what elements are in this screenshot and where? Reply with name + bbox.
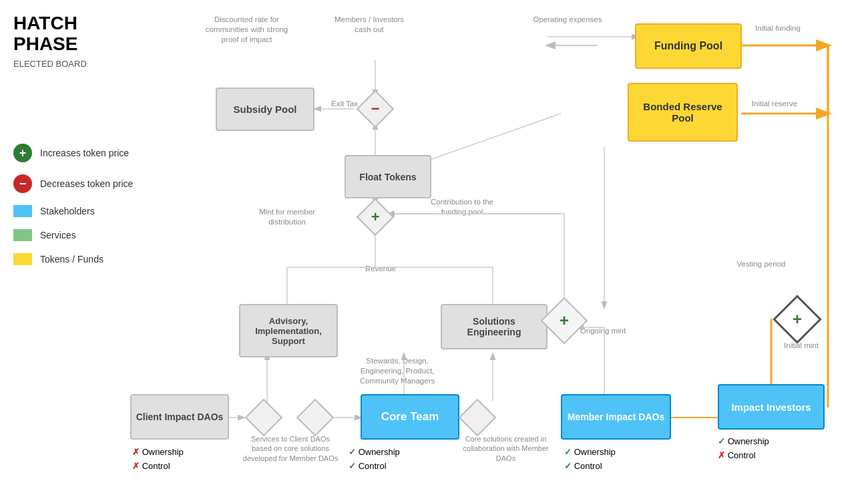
impact-investors-box: Impact Investors [718, 384, 825, 430]
legend-item-increases: + Increases token price [13, 144, 133, 162]
legend-item-tokens: Tokens / Funds [13, 253, 133, 265]
initial-reserve-label: Initial reserve [744, 99, 805, 109]
core-team-box: Core Team [361, 394, 459, 440]
funding-pool-box: Funding Pool [635, 23, 742, 69]
legend-label-decreases: Decreases token price [40, 178, 133, 189]
investor-ownership-block: ✓ Ownership ✗ Control [718, 435, 769, 463]
initial-mint-label: Initial mint [771, 341, 831, 351]
initial-mint-diamond: + [780, 302, 815, 337]
legend: + Increases token price − Decreases toke… [13, 144, 133, 277]
legend-label-stakeholders: Stakeholders [40, 206, 95, 216]
vesting-label: Vesting period [731, 259, 791, 269]
legend-label-tokens: Tokens / Funds [40, 254, 103, 265]
member-daos-box: Member Impact DAOs [561, 394, 671, 440]
client-daos-box: Client Impact DAOs [130, 394, 229, 440]
client-ownership-block: ✗ Ownership ✗ Control [132, 446, 184, 474]
core-solutions-diamond [464, 404, 491, 431]
discounted-rate-label: Discounted rate for communities with str… [198, 15, 295, 45]
operating-expenses-label: Operating expenses [531, 15, 604, 25]
green-rect-icon [13, 229, 32, 241]
plus-icon: + [13, 144, 32, 162]
ongoing-mint-label: Ongoing mint [573, 326, 633, 336]
page-title: HATCH PHASE [13, 13, 87, 55]
ongoing-mint-diamond: + [548, 304, 581, 337]
legend-item-services: Services [13, 229, 133, 241]
minus-diamond: − [362, 96, 389, 122]
mint-distribution-label: Mint for member distribution [250, 207, 324, 227]
contribution-funding-label: Contribution to the funding pool [419, 197, 505, 217]
core-ownership-block: ✓ Ownership ✓ Control [349, 446, 400, 474]
member-ownership-block: ✓ Ownership ✓ Control [564, 446, 616, 474]
blue-rect-icon [13, 205, 32, 217]
title-block: HATCH PHASE ELECTED BOARD [13, 13, 87, 69]
solutions-eng-box: Solutions Engineering [441, 304, 548, 349]
plus-diamond-mint: + [362, 204, 389, 230]
stewards-label: Stewards, Design, Engineering, Product, … [354, 356, 441, 386]
yellow-rect-icon [13, 253, 32, 265]
advisory-box: Advisory, Implementation, Support [239, 304, 338, 357]
core-solutions-label: Core solutions created in collaboration … [457, 434, 554, 463]
subsidy-pool-box: Subsidy Pool [216, 88, 314, 131]
bonded-reserve-box: Bonded Reserve Pool [628, 83, 738, 142]
legend-label-increases: Increases token price [40, 148, 129, 158]
revenue-label: Revenue [354, 264, 407, 274]
diagram-container: HATCH PHASE ELECTED BOARD + Increases to… [0, 0, 868, 483]
members-cashout-label: Members / Investors cash out [333, 15, 406, 35]
services-client-label: Services to Client DAOs based on core so… [240, 434, 341, 463]
legend-item-stakeholders: Stakeholders [13, 205, 133, 217]
initial-funding-label: Initial funding [744, 23, 811, 33]
client-advisory-diamond [250, 404, 277, 431]
legend-item-decreases: − Decreases token price [13, 174, 133, 193]
advisory-core-left-diamond [302, 404, 329, 431]
page-subtitle: ELECTED BOARD [13, 59, 87, 69]
float-tokens-box: Float Tokens [345, 155, 431, 198]
legend-label-services: Services [40, 230, 76, 240]
minus-icon: − [13, 174, 32, 193]
